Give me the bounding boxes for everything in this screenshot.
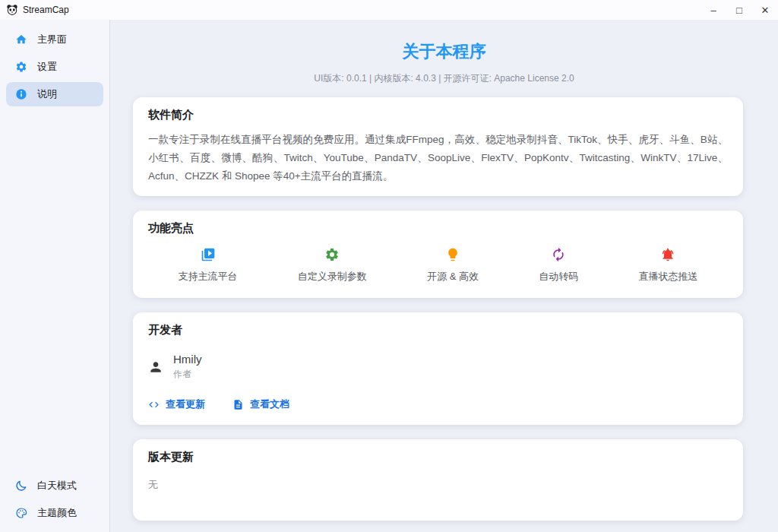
sync-icon (551, 247, 566, 262)
feature-label: 自动转码 (539, 270, 578, 283)
view-docs-link[interactable]: 查看文档 (232, 397, 289, 411)
app-title: StreamCap (23, 5, 69, 15)
sidebar-item-about[interactable]: 说明 (6, 82, 103, 106)
intro-card-body: 一款专注于录制在线直播平台视频的免费应用。通过集成FFmpeg，高效、稳定地录制… (148, 131, 728, 185)
sidebar-spacer (0, 108, 109, 472)
sidebar-item-label: 主界面 (37, 33, 67, 46)
palette-icon (15, 507, 27, 519)
update-card: 版本更新 无 (133, 439, 743, 521)
developer-identity: Hmily 作者 (173, 353, 202, 381)
version-info: UI版本: 0.0.1 | 内核版本: 4.0.3 | 开源许可证: Apach… (110, 72, 778, 85)
features-row: 支持主流平台 自定义录制参数 开源 & 高效 (148, 247, 728, 287)
maximize-button[interactable]: □ (726, 0, 752, 20)
update-card-title: 版本更新 (148, 450, 728, 464)
feature-open-source: 开源 & 高效 (427, 247, 479, 283)
sidebar-item-day-mode[interactable]: 白天模式 (6, 473, 103, 498)
app-logo-panda-icon (6, 4, 18, 16)
sidebar-item-label: 白天模式 (37, 479, 77, 492)
info-icon (15, 88, 27, 100)
update-card-content: 无 (148, 478, 728, 510)
view-docs-label: 查看文档 (250, 397, 289, 411)
feature-label: 开源 & 高效 (427, 270, 479, 283)
close-icon: ✕ (761, 5, 770, 16)
maximize-icon: □ (736, 5, 742, 16)
sidebar: 主界面 设置 说明 白天模式 主题颜色 (0, 20, 110, 532)
gear-icon (324, 247, 340, 262)
developer-row: Hmily 作者 (148, 353, 728, 381)
feature-label: 自定义录制参数 (298, 270, 367, 283)
sidebar-item-theme-color[interactable]: 主题颜色 (6, 501, 103, 525)
developer-role: 作者 (173, 368, 202, 381)
document-icon (232, 399, 244, 410)
bell-icon (660, 247, 675, 262)
feature-label: 直播状态推送 (638, 270, 697, 283)
cards-container: 软件简介 一款专注于录制在线直播平台视频的免费应用。通过集成FFmpeg，高效、… (133, 97, 743, 521)
sidebar-item-home[interactable]: 主界面 (6, 27, 103, 52)
minimize-button[interactable]: – (701, 0, 726, 20)
sidebar-item-label: 主题颜色 (37, 506, 77, 520)
minimize-icon: – (710, 5, 716, 16)
feature-auto-transcode: 自动转码 (539, 247, 578, 283)
gear-icon (15, 61, 27, 73)
developer-name: Hmily (173, 353, 202, 366)
person-icon (148, 359, 163, 375)
title-bar: StreamCap – □ ✕ (0, 0, 778, 20)
feature-label: 支持主流平台 (179, 270, 238, 283)
check-updates-link[interactable]: 查看更新 (148, 397, 205, 411)
main-content: 关于本程序 UI版本: 0.0.1 | 内核版本: 4.0.3 | 开源许可证:… (110, 20, 778, 532)
sidebar-item-label: 说明 (37, 87, 57, 101)
page-title: 关于本程序 (110, 40, 778, 63)
features-card: 功能亮点 支持主流平台 自定义录制参数 (133, 211, 743, 298)
feature-platforms: 支持主流平台 (179, 247, 238, 283)
developer-card-title: 开发者 (148, 323, 728, 337)
feature-custom-params: 自定义录制参数 (298, 247, 367, 283)
features-card-title: 功能亮点 (148, 221, 728, 236)
intro-card: 软件简介 一款专注于录制在线直播平台视频的免费应用。通过集成FFmpeg，高效、… (133, 97, 743, 196)
code-icon (148, 399, 160, 410)
check-updates-label: 查看更新 (166, 397, 205, 411)
sidebar-item-label: 设置 (37, 60, 57, 74)
moon-icon (15, 480, 27, 492)
developer-links: 查看更新 查看文档 (148, 397, 728, 411)
sidebar-item-settings[interactable]: 设置 (6, 55, 103, 79)
feature-live-status-push: 直播状态推送 (638, 247, 697, 283)
video-library-icon (201, 247, 216, 262)
lightbulb-icon (445, 247, 460, 262)
close-button[interactable]: ✕ (752, 0, 778, 20)
developer-card: 开发者 Hmily 作者 查看更新 (133, 312, 743, 425)
intro-card-title: 软件简介 (148, 108, 728, 122)
window-controls: – □ ✕ (701, 0, 778, 20)
home-icon (15, 33, 27, 46)
